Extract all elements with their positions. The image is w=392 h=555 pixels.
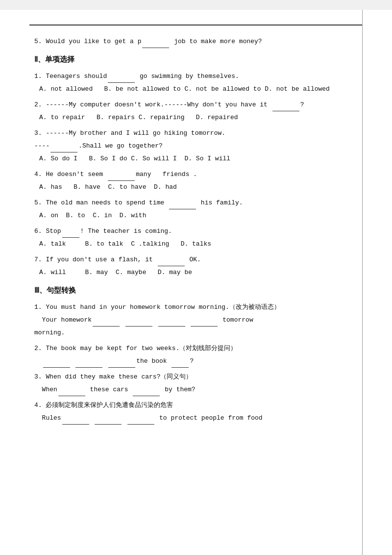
blank-t2-d bbox=[172, 361, 189, 368]
transform-q3-answer: When these cars by them? bbox=[34, 383, 358, 396]
q2-options: A. to repair B. repairs C. repairing D. … bbox=[34, 111, 358, 124]
q3-text-line1: 3. ------My brother and I will go hiking… bbox=[34, 127, 358, 140]
right-border bbox=[362, 10, 363, 555]
question-4-mc: 4. He doesn't seem many friends . A. has… bbox=[34, 168, 358, 194]
transform-q4: 4. 必须制定制度来保护人们免遭食品污染的危害 Rules to protect… bbox=[34, 399, 358, 425]
question-5-fill: 5. Would you like to get a p job to make… bbox=[34, 35, 358, 48]
q5-mc-options: A. on B. to C. in D. with bbox=[34, 209, 358, 222]
blank-t3-a bbox=[58, 389, 85, 396]
blank-t2-a bbox=[43, 361, 70, 368]
q6-mc-options: A. talk B. to talk C .talking D. talks bbox=[34, 238, 358, 251]
q3-options: A. So do I B. So I do C. So will I D. So… bbox=[34, 152, 358, 165]
blank-t4-a bbox=[62, 418, 89, 425]
page: 5. Would you like to get a p job to make… bbox=[0, 10, 392, 555]
section-ii-header: Ⅱ、单项选择 bbox=[34, 53, 358, 66]
transform-q3-text: 3. When did they make these cars?（同义句） bbox=[34, 371, 358, 383]
blank-q5-fill bbox=[142, 41, 169, 48]
transform-q2: 2. The book may be kept for two weeks.（对… bbox=[34, 342, 358, 368]
question-3-mc: 3. ------My brother and I will go hiking… bbox=[34, 127, 358, 165]
transform-q3: 3. When did they make these cars?（同义句） W… bbox=[34, 371, 358, 396]
blank-q5-mc bbox=[169, 202, 196, 209]
transform-q2-text: 2. The book may be kept for two weeks.（对… bbox=[34, 342, 358, 355]
q2-text: 2. ------My computer doesn't work.------… bbox=[34, 99, 358, 111]
blank-t4-c bbox=[127, 418, 154, 425]
blank-t1-c bbox=[158, 320, 185, 327]
q5-mc-text: 5. The old man needs to spend time his f… bbox=[34, 197, 358, 209]
blank-q7 bbox=[158, 259, 185, 266]
transform-q1-answer: Your homework tomorrow bbox=[34, 314, 358, 327]
blank-q2 bbox=[272, 104, 299, 111]
transform-q1-end: morning. bbox=[34, 327, 358, 339]
q1-text: 1. Teenagers should go swimming by thems… bbox=[34, 70, 358, 83]
question-7-mc: 7. If you don't use a flash, it OK. A. w… bbox=[34, 253, 358, 279]
blank-t4-b bbox=[95, 418, 122, 425]
blank-t1-b bbox=[125, 320, 152, 327]
transform-q1: 1. You must hand in your homework tomorr… bbox=[34, 301, 358, 339]
q4-text: 4. He doesn't seem many friends . bbox=[34, 168, 358, 181]
question-5-mc: 5. The old man needs to spend time his f… bbox=[34, 197, 358, 222]
transform-q4-answer: Rules to protect people from food bbox=[34, 412, 358, 425]
question-1-mc: 1. Teenagers should go swimming by thems… bbox=[34, 70, 358, 96]
blank-t1-a bbox=[93, 320, 120, 327]
q4-options: A. has B. have C. to have D. had bbox=[34, 181, 358, 194]
q3-text-line2: ----.Shall we go together? bbox=[34, 140, 358, 152]
question-6-mc: 6. Stop! The teacher is coming. A. talk … bbox=[34, 225, 358, 251]
q7-mc-text: 7. If you don't use a flash, it OK. bbox=[34, 253, 358, 266]
transform-q4-text: 4. 必须制定制度来保护人们免遭食品污染的危害 bbox=[34, 399, 358, 412]
transform-q2-answer: the book ? bbox=[34, 355, 358, 368]
q1-options: A. not allowed B. be not allowed to C. n… bbox=[34, 83, 358, 96]
section-iii-header: Ⅲ、句型转换 bbox=[34, 284, 358, 297]
content: 5. Would you like to get a p job to make… bbox=[0, 25, 392, 442]
blank-q4 bbox=[108, 174, 135, 181]
question-2-mc: 2. ------My computer doesn't work.------… bbox=[34, 99, 358, 124]
blank-q6 bbox=[62, 231, 79, 238]
q6-mc-text: 6. Stop! The teacher is coming. bbox=[34, 225, 358, 238]
blank-t2-c bbox=[108, 361, 135, 368]
q5-fill-text: 5. Would you like to get a p job to make… bbox=[34, 35, 358, 48]
blank-t2-b bbox=[75, 361, 102, 368]
blank-q3 bbox=[50, 146, 77, 152]
transform-q1-text: 1. You must hand in your homework tomorr… bbox=[34, 301, 358, 314]
blank-t3-b bbox=[133, 389, 160, 396]
blank-q1 bbox=[108, 76, 135, 83]
q7-mc-options: A. will B. may C. maybe D. may be bbox=[34, 266, 358, 279]
blank-t1-d bbox=[191, 320, 218, 327]
